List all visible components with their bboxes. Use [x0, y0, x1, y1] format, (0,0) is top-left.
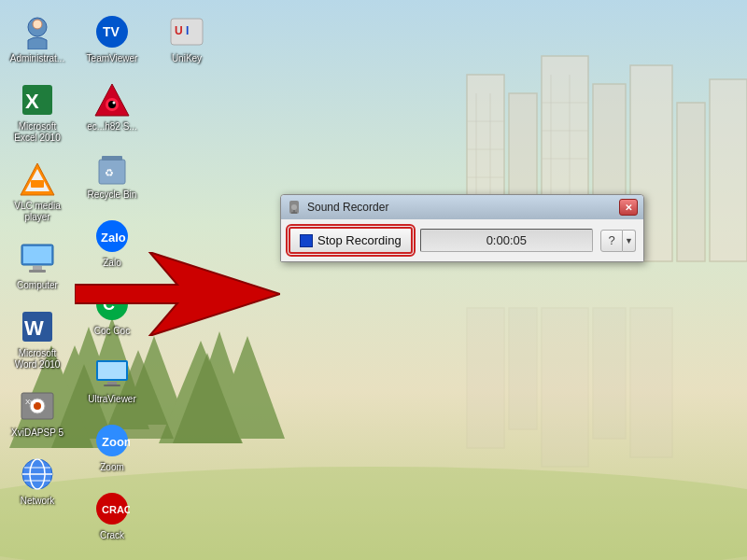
svg-rect-19	[467, 308, 504, 448]
svg-rect-44	[23, 246, 51, 263]
timer-display: 0:00:05	[420, 229, 593, 252]
stop-recording-label: Stop Recording	[317, 233, 402, 247]
icon-label-unikey: UniKey	[172, 53, 202, 64]
desktop-icon-unikey[interactable]: U I UniKey	[154, 9, 219, 68]
desktop-icon-ultraviewer[interactable]: UltraViewer	[79, 350, 145, 409]
svg-text:X: X	[25, 90, 39, 113]
desktop-icon-eye[interactable]: ec...h82 S...	[79, 77, 145, 136]
icon-label-teamviewer: TeamViewer	[87, 53, 138, 64]
svg-text:I: I	[186, 24, 189, 37]
icon-label-crack: Crack	[100, 530, 124, 541]
help-button-group: ? ▼	[600, 230, 636, 252]
svg-marker-82	[75, 252, 280, 336]
desktop-icon-word[interactable]: W Microsoft Word 2010	[5, 304, 70, 374]
svg-point-84	[291, 204, 297, 210]
icon-label-recycle: Recycle Bin	[88, 189, 137, 201]
svg-text:CRACK: CRACK	[102, 504, 130, 515]
dialog-titlebar: Sound Recorder ✕	[281, 195, 643, 219]
desktop-icon-xvid[interactable]: Xvi XviDAPSP 5	[5, 384, 70, 442]
svg-rect-74	[104, 385, 120, 386]
svg-text:W: W	[24, 316, 44, 340]
icon-label-network: Network	[21, 496, 55, 507]
svg-rect-73	[107, 382, 117, 385]
desktop-icon-vlc[interactable]: VLC media player	[5, 157, 70, 227]
svg-rect-22	[593, 308, 626, 439]
red-arrow-annotation	[75, 252, 280, 340]
svg-rect-7	[710, 79, 747, 261]
svg-rect-42	[31, 180, 44, 188]
svg-text:U: U	[175, 24, 183, 37]
icon-label-xvid: XviDAPSP 5	[11, 427, 63, 439]
svg-text:♻: ♻	[105, 167, 114, 178]
svg-rect-46	[29, 270, 46, 273]
svg-rect-6	[677, 103, 705, 261]
help-button[interactable]: ?	[600, 230, 623, 252]
svg-text:Zalo: Zalo	[101, 231, 126, 245]
icon-label-zoom: Zoom	[100, 462, 124, 473]
icon-label-excel: Microsoft Excel 2010	[8, 121, 66, 144]
svg-point-63	[113, 102, 116, 105]
desktop-icon-recycle[interactable]: ♻ Recycle Bin	[79, 146, 145, 204]
svg-text:TV: TV	[103, 24, 120, 39]
desktop-icon-crack[interactable]: CRACK Crack	[79, 486, 145, 545]
desktop-icon-network[interactable]: Network	[5, 452, 70, 511]
desktop-icon-excel[interactable]: X Microsoft Excel 2010	[5, 77, 70, 147]
svg-text:Zoom: Zoom	[102, 435, 130, 449]
desktop-icon-zoom[interactable]: Zoom Zoom	[79, 418, 145, 477]
stop-icon	[300, 234, 313, 247]
icon-label-computer: Computer	[17, 280, 58, 291]
sound-recorder-dialog: Sound Recorder ✕ Stop Recording 0:00:05 …	[280, 194, 644, 262]
svg-rect-45	[33, 266, 42, 270]
desktop-icon-administrator[interactable]: Administrat...	[5, 9, 70, 68]
svg-rect-21	[542, 308, 588, 467]
svg-text:Xvi: Xvi	[25, 398, 35, 406]
icon-label-ultraviewer: UltraViewer	[88, 394, 136, 405]
dialog-body: Stop Recording 0:00:05 ? ▼	[281, 219, 643, 261]
desktop-icon-teamviewer[interactable]: TV TeamViewer	[79, 9, 145, 68]
svg-rect-23	[630, 308, 672, 457]
icon-label-vlc: VLC media player	[8, 201, 66, 223]
dialog-title-text: Sound Recorder	[307, 201, 388, 214]
svg-rect-72	[98, 362, 126, 379]
icon-label-administrator: Administrat...	[10, 53, 64, 64]
icon-label-eye: ec...h82 S...	[87, 121, 136, 133]
sound-recorder-icon	[287, 200, 302, 215]
svg-rect-65	[102, 156, 122, 161]
svg-point-37	[33, 20, 42, 29]
dialog-close-button[interactable]: ✕	[619, 199, 638, 216]
help-dropdown-button[interactable]: ▼	[623, 230, 636, 252]
desktop-icon-computer[interactable]: Computer	[5, 236, 70, 295]
svg-rect-20	[509, 308, 537, 429]
icon-label-word: Microsoft Word 2010	[8, 348, 66, 371]
stop-recording-button[interactable]: Stop Recording	[289, 227, 413, 254]
